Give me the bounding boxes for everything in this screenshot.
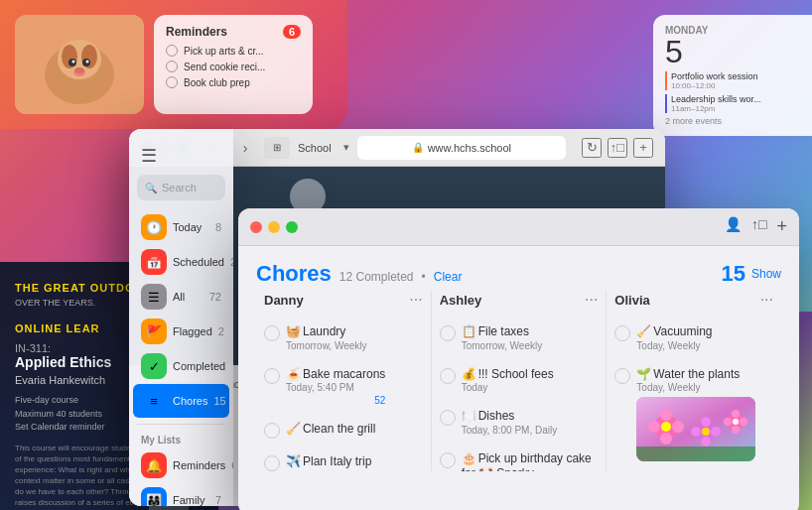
dishes-name: 🍽️Dishes <box>462 409 558 425</box>
person-icon[interactable]: 👤 <box>725 216 742 237</box>
danny-laundry: 🧺Laundry Tomorrow, Weekly <box>264 320 423 355</box>
plants-info: 🌱Water the plants Today, Weekly <box>636 367 755 462</box>
svg-point-7 <box>72 61 75 64</box>
ashley-dishes: 🍽️Dishes Today, 8:00 PM, Daily <box>440 405 599 440</box>
reminder-circle-3 <box>166 76 178 88</box>
completed-count: 12 Completed <box>339 270 414 284</box>
tab-icon[interactable]: ⊞ <box>264 137 290 159</box>
italy-check[interactable] <box>264 455 280 471</box>
sidebar-divider <box>137 424 225 425</box>
sidebar-item-family[interactable]: 👨‍👩‍👧 Family 7 <box>133 483 229 506</box>
calendar-widget: MONDAY 5 Portfolio work session 10:00–12… <box>653 15 812 136</box>
reminders-traffic-lights <box>250 221 298 233</box>
sidebar-item-reminders[interactable]: 🔔 Reminders 6 <box>133 448 229 482</box>
forward-button[interactable]: › <box>234 137 256 159</box>
macarons-check[interactable] <box>264 368 280 384</box>
sidebar-item-flagged[interactable]: 🚩 Flagged 2 <box>133 315 229 348</box>
share-button[interactable]: ↑□ <box>608 138 627 158</box>
macarons-info: 🍝Bake macarons Today, 5:40 PM 52 <box>286 367 385 407</box>
grill-check[interactable] <box>264 423 280 439</box>
svg-point-40 <box>660 433 672 445</box>
olivia-vacuum: 🧹Vacuuming Today, Weekly <box>614 320 773 355</box>
dishes-check[interactable] <box>440 410 456 426</box>
reminders-main-header: Chores 12 Completed • Clear 15 Show <box>256 261 781 287</box>
sidebar-item-all[interactable]: ☰ All 72 <box>133 280 229 314</box>
reminder-circle-2 <box>166 61 178 72</box>
sidebar-item-today[interactable]: 🕐 Today 8 <box>133 210 229 244</box>
taxes-meta: Tomorrow, Weekly <box>462 340 543 351</box>
chores-title: Chores <box>256 261 332 287</box>
scheduled-count: 25 <box>230 256 233 268</box>
dishes-info: 🍽️Dishes Today, 8:00 PM, Daily <box>462 409 558 436</box>
sidebar-item-completed[interactable]: ✓ Completed <box>133 349 229 383</box>
schoolfees-info: 💰!!! School fees Today <box>462 367 554 394</box>
plants-meta: Today, Weekly <box>636 382 755 393</box>
italy-name: ✈️Plan Italy trip <box>286 454 423 470</box>
chores-label: Chores <box>173 395 207 407</box>
calendar-event-2-title: Leadership skills wor... <box>671 94 800 104</box>
svg-point-52 <box>732 426 740 434</box>
ashley-more-button[interactable]: ··· <box>585 291 598 309</box>
reminders-minimize[interactable] <box>268 221 280 233</box>
search-box[interactable]: 🔍 Search <box>137 175 225 200</box>
taxes-check[interactable] <box>440 325 456 341</box>
dot-separator: • <box>422 270 426 284</box>
svg-point-54 <box>740 418 747 426</box>
flowers-photo <box>636 397 755 461</box>
smart-lists-section: 🕐 Today 8 📅 Scheduled 25 ☰ All 72 🚩 Flag… <box>129 210 233 418</box>
reminders-badge: 6 <box>283 25 301 39</box>
add-reminder-button[interactable]: + <box>776 216 787 237</box>
address-bar[interactable]: 🔒 www.hchs.school <box>357 136 566 160</box>
scheduled-label: Scheduled <box>173 256 224 268</box>
reload-button[interactable]: ↻ <box>582 138 602 158</box>
column-olivia: Olivia ··· 🧹Vacuuming Today, Weekly <box>607 291 781 471</box>
svg-point-49 <box>702 428 710 436</box>
today-icon: 🕐 <box>141 214 167 240</box>
schoolfees-check[interactable] <box>440 368 456 384</box>
chores-count: 15 <box>213 395 225 407</box>
sidebar-item-scheduled[interactable]: 📅 Scheduled 25 <box>133 245 229 279</box>
olivia-column-header: Olivia ··· <box>614 291 773 313</box>
chores-count-large: 15 <box>721 261 744 287</box>
calendar-event-1-title: Portfolio work session <box>671 71 800 81</box>
reminders-app-window: 👤 ↑□ + Chores 12 Completed • Clear 15 Sh… <box>238 208 799 510</box>
share-icon[interactable]: ↑□ <box>751 216 766 237</box>
dishes-meta: Today, 8:00 PM, Daily <box>462 425 558 436</box>
svg-point-47 <box>691 427 701 437</box>
ashley-schoolfees: 💰!!! School fees Today <box>440 363 599 398</box>
calendar-event-1-time: 10:00–12:00 <box>671 81 800 90</box>
reminders-close[interactable] <box>250 221 262 233</box>
vacuum-check[interactable] <box>614 325 630 341</box>
olivia-more-button[interactable]: ··· <box>760 291 773 309</box>
all-count: 72 <box>209 291 221 303</box>
macarons-meta: Today, 5:40 PM <box>286 382 385 393</box>
olivia-name: Olivia <box>614 293 649 308</box>
sidebar-item-chores[interactable]: ≡ Chores 15 ⊕ <box>133 384 229 418</box>
danny-grill: 🧹Clean the grill <box>264 418 423 443</box>
danny-more-button[interactable]: ··· <box>409 291 422 309</box>
reminder-widget-item-1: Pick up arts & cr... <box>166 45 301 57</box>
reminder-text-2: Send cookie reci... <box>184 62 265 72</box>
plants-check[interactable] <box>614 368 630 384</box>
laundry-name: 🧺Laundry <box>286 324 367 340</box>
menu-button[interactable]: ☰ <box>129 141 233 175</box>
reminder-widget-item-2: Send cookie reci... <box>166 61 301 72</box>
clear-link[interactable]: Clear <box>434 270 463 284</box>
top-left-widget-area: Reminders 6 Pick up arts & cr... Send co… <box>0 0 347 129</box>
svg-point-53 <box>724 418 732 426</box>
calendar-day-number: 5 <box>665 36 800 67</box>
svg-point-10 <box>73 68 85 76</box>
laundry-check[interactable] <box>264 325 280 341</box>
svg-point-46 <box>701 437 711 446</box>
sparkycake-check[interactable] <box>440 452 456 468</box>
reminders-widget: Reminders 6 Pick up arts & cr... Send co… <box>154 15 313 114</box>
reminders-toolbar: 👤 ↑□ + <box>725 216 787 237</box>
calendar-day-label: MONDAY <box>665 25 800 36</box>
calendar-event-2-time: 11am–12pm <box>671 104 800 113</box>
add-tab-button[interactable]: + <box>633 138 653 158</box>
reminders-columns: Danny ··· 🧺Laundry Tomorrow, Weekly <box>256 291 781 471</box>
reminders-fullscreen[interactable] <box>286 221 298 233</box>
taxes-info: 📋File taxes Tomorrow, Weekly <box>462 324 543 351</box>
show-link[interactable]: Show <box>751 267 781 281</box>
svg-point-55 <box>733 419 739 425</box>
